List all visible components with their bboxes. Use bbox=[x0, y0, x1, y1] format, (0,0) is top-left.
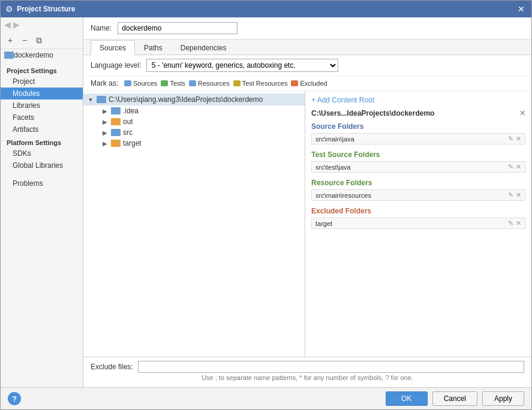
name-input[interactable] bbox=[118, 22, 238, 34]
sidebar-item-modules[interactable]: Modules bbox=[1, 88, 83, 100]
test-resources-tag-label: Test Resources bbox=[242, 80, 288, 87]
source-folder-edit-0[interactable]: ✎ bbox=[508, 135, 513, 143]
sidebar-toolbar: + − ⧉ bbox=[1, 32, 83, 49]
main-content: Name: Sources Paths Dependencies Languag… bbox=[83, 17, 531, 387]
dialog-footer: ? OK Cancel Apply bbox=[1, 387, 531, 409]
target-folder-icon bbox=[111, 140, 121, 147]
tests-tag-icon bbox=[161, 80, 168, 86]
tab-paths[interactable]: Paths bbox=[135, 40, 172, 55]
ok-button[interactable]: OK bbox=[386, 391, 428, 406]
sidebar-item-problems[interactable]: Problems bbox=[1, 177, 83, 189]
sidebar-nav: Project Settings Project Modules Librari… bbox=[1, 61, 83, 387]
forward-button[interactable]: ▶ bbox=[13, 20, 20, 29]
tabs-bar: Sources Paths Dependencies bbox=[83, 40, 531, 55]
right-panel: + Add Content Root C:\Users...IdeaProjec… bbox=[305, 91, 531, 357]
excluded-folder-edit-0[interactable]: ✎ bbox=[508, 219, 513, 227]
tree-item-idea[interactable]: ▶ .idea bbox=[83, 105, 305, 116]
dialog-icon: ⚙ bbox=[5, 4, 13, 14]
sources-tag-icon bbox=[124, 80, 131, 86]
idea-folder-icon bbox=[111, 107, 121, 114]
tree-item-out[interactable]: ▶ out bbox=[83, 116, 305, 127]
tab-sources[interactable]: Sources bbox=[91, 40, 135, 55]
test-folder-edit-0[interactable]: ✎ bbox=[508, 163, 513, 171]
main-header: Name: bbox=[83, 17, 531, 40]
excluded-tag-label: Excluded bbox=[300, 80, 327, 87]
resource-folder-path-0: src\main\resources bbox=[315, 192, 506, 199]
resource-folder-remove-0[interactable]: ✕ bbox=[516, 191, 521, 199]
target-label: target bbox=[123, 139, 142, 147]
src-chevron[interactable]: ▶ bbox=[101, 129, 109, 136]
tree-item-target[interactable]: ▶ target bbox=[83, 138, 305, 149]
resource-folders-section: Resource Folders src\main\resources ✎ ✕ bbox=[311, 179, 525, 201]
close-button[interactable]: ✕ bbox=[516, 4, 527, 14]
mark-tag-sources[interactable]: Sources bbox=[124, 80, 157, 87]
root-chevron[interactable]: ▼ bbox=[87, 96, 94, 103]
lang-level-label: Language level: bbox=[91, 61, 142, 70]
exclude-files-input[interactable] bbox=[138, 361, 524, 373]
remove-module-button[interactable]: − bbox=[19, 34, 31, 46]
excluded-folder-entry-0: target ✎ ✕ bbox=[311, 218, 525, 229]
exclude-hint: Use ; to separate name patterns, * for a… bbox=[91, 373, 524, 384]
resource-folder-entry-0: src\main\resources ✎ ✕ bbox=[311, 189, 525, 201]
resource-folder-edit-0[interactable]: ✎ bbox=[508, 191, 513, 199]
source-folder-entry-0: src\main\java ✎ ✕ bbox=[311, 133, 525, 144]
help-button[interactable]: ? bbox=[8, 392, 21, 405]
module-item-dockerdemo[interactable]: dockerdemo bbox=[1, 49, 83, 61]
idea-label: .idea bbox=[123, 107, 139, 115]
cancel-button[interactable]: Cancel bbox=[432, 391, 477, 406]
mark-tag-resources[interactable]: Resources bbox=[189, 80, 230, 87]
out-chevron[interactable]: ▶ bbox=[101, 118, 109, 125]
sources-tag-label: Sources bbox=[133, 80, 157, 87]
add-module-button[interactable]: + bbox=[4, 34, 16, 46]
mark-tag-test-resources[interactable]: Test Resources bbox=[233, 80, 288, 87]
out-label: out bbox=[123, 117, 133, 126]
root-folder-icon bbox=[97, 96, 106, 103]
add-content-root-button[interactable]: + Add Content Root bbox=[311, 96, 525, 104]
lang-level-select[interactable]: 5 - 'enum' keyword, generics, autoboxing… bbox=[146, 59, 338, 72]
src-label: src bbox=[123, 128, 133, 137]
nav-arrows: ◀ ▶ bbox=[1, 17, 83, 32]
excluded-folders-title: Excluded Folders bbox=[311, 207, 525, 215]
remove-content-root-button[interactable]: ✕ bbox=[519, 109, 525, 117]
sidebar-item-artifacts[interactable]: Artifacts bbox=[1, 123, 83, 135]
resources-tag-label: Resources bbox=[198, 80, 230, 87]
dialog-body: ◀ ▶ + − ⧉ dockerdemo Project Settings Pr… bbox=[1, 17, 531, 387]
title-bar: ⚙ Project Structure ✕ bbox=[1, 1, 531, 17]
sidebar-item-global-libraries[interactable]: Global Libraries bbox=[1, 159, 83, 171]
module-icon bbox=[4, 52, 14, 59]
sidebar-item-facets[interactable]: Facets bbox=[1, 111, 83, 123]
source-folder-remove-0[interactable]: ✕ bbox=[516, 135, 521, 143]
bottom-area: Exclude files: Use ; to separate name pa… bbox=[83, 357, 531, 387]
tree-item-src[interactable]: ▶ src bbox=[83, 127, 305, 138]
sidebar-item-libraries[interactable]: Libraries bbox=[1, 100, 83, 111]
exclude-files-label: Exclude files: bbox=[91, 363, 133, 371]
mark-as-row: Mark as: Sources Tests Resources Test Re… bbox=[83, 76, 531, 91]
test-folder-remove-0[interactable]: ✕ bbox=[516, 163, 521, 171]
test-source-folder-path-0: src\test\java bbox=[315, 164, 506, 171]
exclude-row: Exclude files: bbox=[91, 361, 524, 373]
mark-tag-excluded[interactable]: Excluded bbox=[291, 80, 327, 87]
target-chevron[interactable]: ▶ bbox=[101, 140, 109, 147]
tests-tag-label: Tests bbox=[170, 80, 185, 87]
idea-chevron[interactable]: ▶ bbox=[101, 107, 109, 114]
copy-module-button[interactable]: ⧉ bbox=[33, 34, 45, 46]
dialog-title: Project Structure bbox=[17, 5, 512, 13]
lang-level-row: Language level: 5 - 'enum' keyword, gene… bbox=[83, 55, 531, 76]
platform-settings-label: Platform Settings bbox=[1, 135, 83, 147]
back-button[interactable]: ◀ bbox=[4, 20, 11, 29]
tab-dependencies[interactable]: Dependencies bbox=[172, 40, 236, 55]
sidebar-item-project[interactable]: Project bbox=[1, 76, 83, 88]
test-source-folders-section: Test Source Folders src\test\java ✎ ✕ bbox=[311, 150, 525, 173]
root-path-label: C:\Users\qiang.wang3\IdeaProjects\docker… bbox=[109, 95, 263, 104]
content-area: ▼ C:\Users\qiang.wang3\IdeaProjects\dock… bbox=[83, 91, 531, 357]
excluded-folder-remove-0[interactable]: ✕ bbox=[516, 219, 521, 227]
mark-tag-tests[interactable]: Tests bbox=[161, 80, 185, 87]
tree-root-item[interactable]: ▼ C:\Users\qiang.wang3\IdeaProjects\dock… bbox=[83, 94, 305, 105]
test-source-folder-entry-0: src\test\java ✎ ✕ bbox=[311, 161, 525, 173]
sidebar-item-sdks[interactable]: SDKs bbox=[1, 147, 83, 159]
project-settings-label: Project Settings bbox=[1, 64, 83, 76]
name-label: Name: bbox=[91, 24, 112, 32]
apply-button[interactable]: Apply bbox=[482, 391, 524, 406]
source-folders-section: Source Folders src\main\java ✎ ✕ bbox=[311, 122, 525, 144]
resource-folders-title: Resource Folders bbox=[311, 179, 525, 187]
